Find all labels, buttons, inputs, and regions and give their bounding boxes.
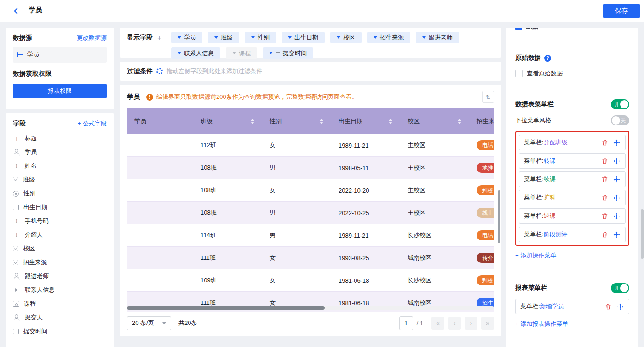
page-size-select[interactable]: 20 条/页 xyxy=(127,316,171,330)
table-row[interactable]: 112班 女 1989-11-21 主校区 电话 xyxy=(127,134,494,157)
filter-panel[interactable]: 过滤条件 拖动左侧字段到此处来添加过滤条件 xyxy=(120,62,501,81)
table-row[interactable]: 108班 女 2022-10-20 主校区 到校 xyxy=(127,179,494,202)
field-item[interactable]: 提交人 xyxy=(13,311,107,324)
table-vertical-scrollbar-thumb[interactable] xyxy=(498,190,500,243)
display-field-chip[interactable]: 班级 xyxy=(208,32,239,43)
delete-icon[interactable] xyxy=(601,194,609,202)
chevron-down-icon[interactable] xyxy=(422,36,426,39)
datasource-item[interactable]: 学员 xyxy=(13,47,107,63)
table-row[interactable]: 114班 男 1989-11-21 长沙校区 电话 xyxy=(127,224,494,247)
field-item[interactable]: 校区 xyxy=(13,242,107,256)
table-row[interactable]: 108班 男 2022-10-25 主校区 线上 xyxy=(127,202,494,224)
sort-carets-icon[interactable] xyxy=(389,119,392,124)
move-icon[interactable] xyxy=(613,231,621,239)
field-item[interactable]: 联系人信息 xyxy=(13,283,107,297)
chevron-down-icon[interactable] xyxy=(178,52,181,54)
field-item[interactable]: 出生日期 xyxy=(13,200,107,214)
field-item[interactable]: 学员 xyxy=(13,145,107,159)
move-icon[interactable] xyxy=(613,212,621,220)
chevron-down-icon[interactable] xyxy=(269,52,273,54)
add-display-field-button[interactable]: + xyxy=(157,34,161,54)
view-raw-data-checkbox[interactable]: 查看原始数据 xyxy=(515,69,629,78)
menu-bar-item[interactable]: 菜单栏: 扩科 xyxy=(519,190,626,205)
column-header-class[interactable]: 班级 xyxy=(193,108,262,134)
field-item[interactable]: 手机号码 xyxy=(13,214,107,228)
display-field-chip[interactable]: 性别 xyxy=(245,32,276,43)
column-header-campus[interactable]: 校区 xyxy=(400,108,469,134)
sort-order-icon[interactable] xyxy=(482,91,494,103)
last-page-button[interactable]: » xyxy=(481,317,494,330)
save-button[interactable]: 保存 xyxy=(603,4,640,18)
current-page-input[interactable]: 1 xyxy=(399,316,413,330)
display-field-chip[interactable]: 课程 xyxy=(226,47,257,59)
display-field-chip[interactable]: 校区 xyxy=(330,32,362,43)
move-icon[interactable] xyxy=(616,303,624,311)
sort-carets-icon[interactable] xyxy=(320,119,323,124)
delete-icon[interactable] xyxy=(601,231,609,239)
move-icon[interactable] xyxy=(613,176,621,183)
display-field-chip[interactable]: 出生日期 xyxy=(282,32,325,43)
delete-icon[interactable] xyxy=(601,157,609,165)
chevron-down-icon[interactable] xyxy=(214,36,218,39)
chevron-down-icon[interactable] xyxy=(178,36,181,39)
menu-bar-item[interactable]: 菜单栏: 分配班级 xyxy=(519,135,626,150)
report-menu-toggle[interactable]: 开 xyxy=(611,283,629,293)
checkbox-icon[interactable] xyxy=(515,70,523,77)
menu-bar-item[interactable]: 菜单栏: 转课 xyxy=(519,153,626,169)
field-item[interactable]: 性别 xyxy=(13,187,107,200)
table-row[interactable]: 111班 女 1993-08-25 城南校区 转介 xyxy=(127,247,494,269)
field-item[interactable]: 提交时间 xyxy=(13,324,107,338)
sort-carets-icon[interactable] xyxy=(251,119,254,124)
horizontal-scrollbar-thumb[interactable] xyxy=(127,306,325,310)
change-datasource-link[interactable]: 更改数据源 xyxy=(77,34,107,42)
next-page-button[interactable]: › xyxy=(465,317,477,330)
chevron-down-icon[interactable] xyxy=(251,36,255,39)
chevron-down-icon[interactable] xyxy=(337,36,340,39)
display-field-chip[interactable]: 提交时间 xyxy=(263,47,313,59)
field-item[interactable]: 介绍人 xyxy=(13,228,107,242)
dropdown-style-toggle[interactable]: 关 xyxy=(611,115,629,125)
delete-icon[interactable] xyxy=(601,139,609,147)
table-row[interactable]: 109班 女 1981-06-18 长沙校区 到校 xyxy=(127,269,494,292)
first-page-button[interactable]: « xyxy=(431,317,444,330)
field-item[interactable]: 班级 xyxy=(13,173,107,187)
delete-icon[interactable] xyxy=(601,176,609,183)
menu-bar-item[interactable]: 菜单栏: 退课 xyxy=(519,208,626,224)
prev-page-button[interactable]: ‹ xyxy=(448,317,461,330)
display-field-chip[interactable]: 招生来源 xyxy=(367,32,410,43)
display-field-chip[interactable]: 跟进老师 xyxy=(416,32,459,43)
back-icon[interactable] xyxy=(14,7,20,14)
column-header-gender[interactable]: 性别 xyxy=(262,108,331,134)
gear-icon[interactable] xyxy=(156,68,163,74)
display-field-chip[interactable]: 学员 xyxy=(171,32,202,43)
move-icon[interactable] xyxy=(613,194,621,202)
column-header-birth[interactable]: 出生日期 xyxy=(331,108,400,134)
display-field-chip[interactable]: 联系人信息 xyxy=(171,47,220,59)
sort-carets-icon[interactable] xyxy=(458,119,461,124)
field-item[interactable]: 招生来源 xyxy=(13,256,107,269)
drag-handle-icon[interactable] xyxy=(276,51,280,55)
report-permission-button[interactable]: 报表权限 xyxy=(13,84,107,98)
delete-icon[interactable] xyxy=(604,303,612,311)
menu-bar-item[interactable]: 菜单栏: 阶段测评 xyxy=(519,227,626,242)
chevron-down-icon[interactable] xyxy=(374,36,377,39)
field-item[interactable]: 标题 xyxy=(13,131,107,145)
page-vertical-scrollbar-thumb[interactable] xyxy=(641,209,644,259)
table-menu-toggle[interactable]: 开 xyxy=(611,99,629,109)
table-row[interactable]: 108班 男 1998-05-11 主校区 地推 xyxy=(127,157,494,179)
menu-bar-item[interactable]: 菜单栏: 续课 xyxy=(519,171,626,187)
chevron-down-icon[interactable] xyxy=(232,52,236,54)
field-item[interactable]: 课程 xyxy=(13,297,107,311)
help-icon[interactable] xyxy=(544,55,551,62)
move-icon[interactable] xyxy=(613,139,621,147)
field-item[interactable]: 跟进老师 xyxy=(13,269,107,283)
checked-checkbox-icon[interactable] xyxy=(515,28,522,30)
field-item[interactable]: 姓名 xyxy=(13,159,107,173)
move-icon[interactable] xyxy=(613,157,621,165)
chevron-down-icon[interactable] xyxy=(288,36,292,39)
add-report-menu-link[interactable]: + 添加报表操作菜单 xyxy=(515,320,568,328)
add-menu-link[interactable]: + 添加操作菜单 xyxy=(515,251,556,260)
add-formula-field-link[interactable]: + 公式字段 xyxy=(78,119,107,128)
delete-icon[interactable] xyxy=(601,212,609,220)
menu-bar-item[interactable]: 菜单栏: 新增学员 xyxy=(515,299,629,314)
